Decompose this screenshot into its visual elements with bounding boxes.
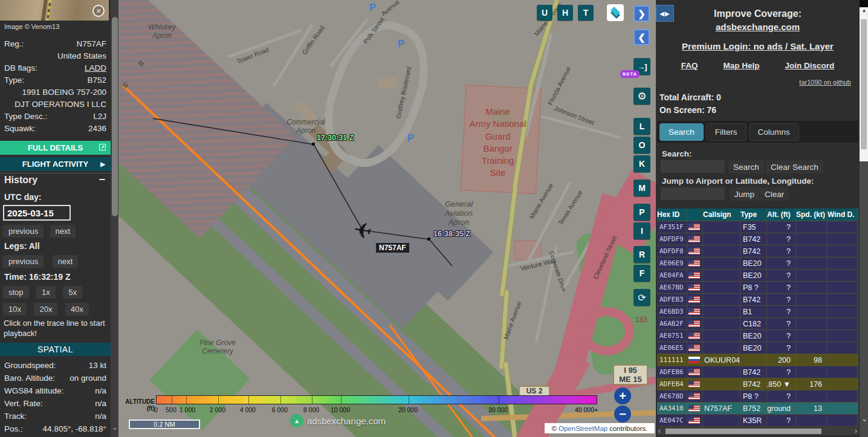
scroll-up-icon[interactable]: ▲ [861, 7, 867, 13]
map-button-m[interactable]: M [633, 180, 650, 196]
i95-me15-shield: I 95 ME 15 [613, 364, 648, 385]
clear-search-button[interactable]: Clear Search [766, 160, 823, 173]
reg-value: N757AF [76, 39, 106, 48]
playback-1x-button[interactable]: 1x [36, 286, 56, 299]
premium-login-link[interactable]: Premium Login: no ads / Sat. Layer [656, 41, 860, 51]
close-icon[interactable]: ✕ [92, 5, 105, 17]
tar1090-github-link[interactable]: tar1090 on github [799, 79, 851, 86]
table-header-row[interactable]: Hex ID CallsignType Alt. (ft)Spd. (kt) W… [657, 209, 858, 221]
collapse-icon[interactable]: − [99, 173, 105, 186]
table-row[interactable]: 111111OKUUR0420098 [657, 354, 858, 366]
table-horizontal-scrollbar[interactable]: ‹ › [657, 427, 858, 435]
table-row[interactable]: ADFDF8B742? [657, 245, 858, 257]
legend-tick: 20 000 [398, 406, 418, 413]
parking-icon: P [369, 2, 376, 13]
type-value: B752 [87, 76, 106, 85]
aircraft-callsign-label[interactable]: N757AF [376, 243, 409, 253]
tab-columns[interactable]: Columns [749, 123, 799, 141]
flight-activity-label: FLIGHT ACTIVITY [22, 160, 88, 169]
playback-40x-button[interactable]: 40x [65, 303, 89, 316]
faq-link[interactable]: FAQ [681, 61, 698, 70]
track-label: Track: [4, 412, 27, 421]
map-button-h[interactable]: H [557, 5, 573, 21]
table-row[interactable]: ADFEB3B742? [657, 294, 858, 306]
osm-attribution: © OpenStreetMap contributors. [545, 423, 655, 433]
full-details-button[interactable]: FULL DETAILS ↗ [0, 141, 111, 155]
utc-day-input[interactable] [3, 205, 71, 221]
panel-collapse-left-button[interactable]: ❮ [633, 29, 650, 45]
scrollbar-thumb[interactable] [666, 429, 821, 434]
legend-tick: 10 000 [331, 406, 350, 413]
map-button-r[interactable]: R [633, 246, 650, 263]
layers-button[interactable] [607, 4, 624, 21]
zoom-in-button[interactable]: + [614, 387, 631, 404]
spatial-section-header[interactable]: SPATIAL [0, 343, 111, 356]
map-button-t[interactable]: T [578, 5, 594, 21]
table-row[interactable]: ADFEB4B7421850 ▼176 [657, 378, 858, 390]
table-row[interactable]: AE67BDP8 ?? [657, 282, 858, 294]
openstreetmap-link[interactable]: OpenStreetMap [559, 425, 607, 432]
leg-previous-button[interactable]: previous [3, 255, 44, 268]
map-button-k[interactable]: K [633, 155, 650, 172]
table-row-selected[interactable]: AA3410N757AFB752ground13 [657, 403, 858, 415]
zoom-out-button[interactable]: − [614, 406, 631, 422]
utc-day-label: UTC day: [4, 192, 41, 202]
table-row[interactable]: AE0751BE20? [657, 330, 858, 342]
table-row[interactable]: AE04FABE20? [657, 270, 858, 282]
day-next-button[interactable]: next [50, 225, 76, 238]
search-button[interactable]: Search [728, 160, 764, 173]
playback-5x-button[interactable]: 5x [63, 286, 82, 299]
playback-10x-button[interactable]: 10x [3, 303, 27, 316]
map-button-o[interactable]: O [633, 137, 650, 154]
settings-gear-button[interactable]: ⚙ [633, 88, 650, 105]
legend-tick: 6 000 [272, 406, 288, 413]
search-input[interactable] [661, 160, 725, 173]
table-row[interactable]: AE06E5BE20? [657, 342, 858, 354]
day-previous-button[interactable]: previous [3, 225, 44, 238]
altitude-trace-orange [123, 85, 494, 437]
scroll-down-icon[interactable]: ⌄ [861, 415, 867, 423]
aircraft-icon[interactable]: ✈ [348, 215, 378, 245]
left-panel-scrollbar[interactable]: ⌄ [111, 0, 118, 437]
us-flag-icon [688, 272, 700, 279]
table-row[interactable]: AE047CK35R? [657, 415, 858, 427]
tab-search[interactable]: Search [659, 123, 704, 141]
tab-filters[interactable]: Filters [706, 123, 747, 141]
table-row[interactable]: A6AB2FC182? [657, 318, 858, 330]
jump-button[interactable]: Jump [730, 187, 759, 201]
map-canvas[interactable]: Whiskey Apron Tower Road Griffin Road Av… [118, 0, 656, 437]
scrollbar-thumb[interactable] [112, 17, 118, 216]
map-help-link[interactable]: Map Help [723, 61, 759, 70]
table-row[interactable]: AE6BD3B1? [657, 306, 858, 318]
aircraft-list-panel: ◀▶ Improve Coverage: adsbexchange.com Pr… [656, 0, 860, 437]
join-discord-link[interactable]: Join Discord [785, 61, 835, 70]
panel-collapse-right-button[interactable]: ❯ [633, 5, 650, 22]
jump-input[interactable] [661, 187, 725, 200]
adsbexchange-link[interactable]: adsbexchange.com [656, 22, 860, 32]
playback-stop-button[interactable]: stop [3, 286, 29, 299]
map-button-p[interactable]: P [633, 204, 650, 221]
playback-hint: Click on the trace line to start playbac… [4, 319, 108, 339]
parking-icon: P [407, 133, 414, 144]
map-button-f[interactable]: F [633, 265, 650, 282]
scroll-down-icon[interactable]: ⌄ [112, 423, 118, 432]
scroll-left-icon[interactable]: ‹ [658, 427, 661, 435]
map-button-u[interactable]: U [537, 5, 552, 21]
map-button-i[interactable]: I [633, 222, 650, 239]
table-row[interactable]: AE678DP8 ?? [657, 390, 858, 403]
scroll-right-icon[interactable]: › [855, 427, 857, 435]
leg-next-button[interactable]: next [53, 255, 79, 268]
table-row[interactable]: AF351FF35? [657, 221, 858, 233]
clear-jump-button[interactable]: Clear [760, 187, 789, 201]
playback-20x-button[interactable]: 20x [34, 303, 57, 316]
map-button-l[interactable]: L [633, 118, 650, 135]
flight-trace-layer[interactable] [118, 0, 656, 437]
flight-activity-button[interactable]: FLIGHT ACTIVITY ▶ [0, 157, 111, 171]
replay-button[interactable]: ⟳ [633, 289, 650, 306]
dbflags-link[interactable]: LADD [85, 63, 106, 73]
scrollbar-thumb[interactable] [861, 19, 867, 149]
page-scrollbar[interactable]: ▲ ⌄ [860, 0, 868, 437]
table-row[interactable]: ADFDF9B742? [657, 233, 858, 245]
table-row[interactable]: ADFEB6B742? [657, 366, 858, 378]
table-row[interactable]: AE06E9BE20? [657, 257, 858, 270]
